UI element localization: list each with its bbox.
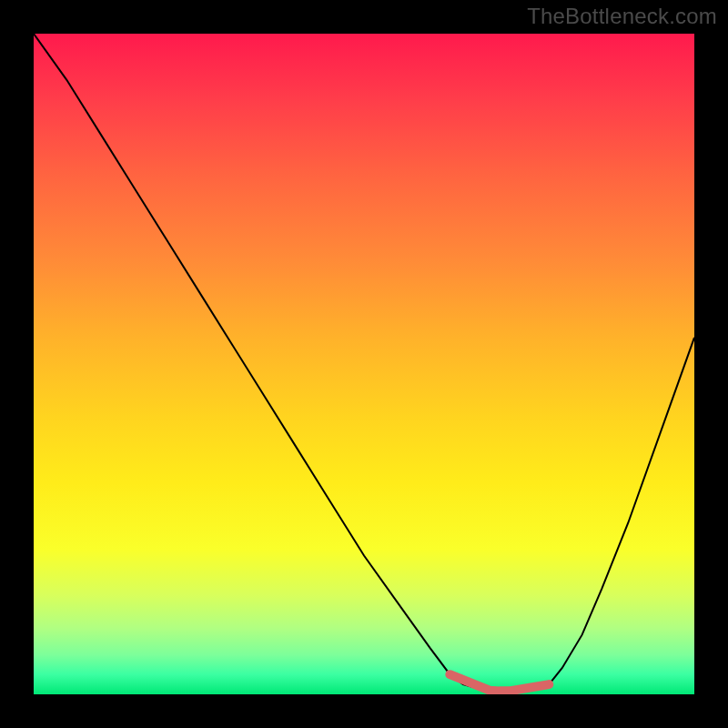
- attribution-text: TheBottleneck.com: [527, 4, 717, 29]
- bottleneck-curve: [34, 34, 694, 691]
- minimum-highlight: [450, 674, 549, 691]
- chart-frame: TheBottleneck.com: [0, 0, 728, 728]
- curve-layer: [34, 34, 694, 694]
